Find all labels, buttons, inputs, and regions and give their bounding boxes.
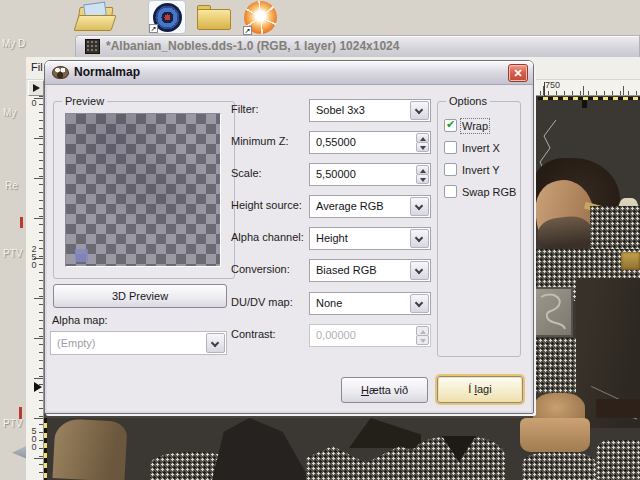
swap-rgb-checkbox[interactable]: [444, 185, 457, 198]
texture-skin-patch: [520, 418, 590, 452]
image-thumbnail-icon: [85, 39, 100, 54]
arrow-down-icon: [420, 339, 426, 343]
texture-chainmail: [522, 452, 596, 480]
chevron-down-icon: [415, 266, 423, 274]
filter-combo[interactable]: Sobel 3x3: [309, 99, 431, 122]
height-source-label: Height source:: [231, 199, 302, 211]
folder-icon[interactable]: [197, 5, 231, 30]
arrow-up-icon: [420, 169, 426, 173]
downloader-icon[interactable]: ↗: [243, 0, 279, 35]
texture-chainmail: [533, 338, 578, 393]
combo-dropdown-button[interactable]: [410, 101, 429, 120]
contrast-spinbox: 0,00000: [309, 324, 431, 347]
preview-blue-patch: [75, 249, 88, 262]
triangle-right-icon: [33, 84, 40, 92]
dialog-titlebar[interactable]: Normalmap ✕: [45, 61, 533, 85]
ruler-label-0: 0: [29, 98, 39, 106]
folder-front: [73, 15, 116, 31]
ruler-tick-750: [544, 82, 545, 96]
wrap-checkbox-label[interactable]: Wrap: [462, 120, 488, 132]
swap-rgb-checkbox-label[interactable]: Swap RGB: [462, 186, 516, 198]
texture-chainmail: [596, 440, 640, 480]
height-source-combo[interactable]: Average RGB: [309, 195, 431, 218]
ruler-corner-menu-button[interactable]: [28, 80, 44, 96]
chevron-down-icon: [415, 299, 423, 307]
chevron-down-icon: [415, 234, 423, 242]
height-source-value: Average RGB: [316, 200, 384, 212]
alpha-channel-combo[interactable]: Height: [309, 227, 431, 250]
desktop-label-ptv-lower[interactable]: PTV: [3, 418, 22, 429]
options-group-label: Options: [446, 95, 490, 107]
cancel-button[interactable]: Hætta við: [341, 377, 428, 403]
folder-body: [197, 9, 231, 30]
desktop-label-ptv-upper[interactable]: PTV: [3, 248, 22, 259]
options-group: Options ✔ Wrap Invert X Invert Y Swap RG…: [437, 101, 521, 357]
preview-group-label: Preview: [62, 95, 107, 107]
layer-boundary-top: [538, 97, 640, 100]
invert-y-checkbox[interactable]: [444, 163, 457, 176]
gimp-window-titlebar[interactable]: *Albanian_Nobles.dds-1.0 (RGB, 1 layer) …: [75, 35, 640, 57]
spin-down-button[interactable]: [416, 142, 429, 152]
dudv-map-label: DU/DV map:: [231, 296, 293, 308]
dialog-title: Normalmap: [74, 65, 140, 79]
arrow-down-icon: [420, 178, 426, 182]
conversion-label: Conversion:: [231, 263, 290, 275]
scale-label: Scale:: [231, 167, 262, 179]
arrow-down-icon: [420, 146, 426, 150]
filter-value: Sobel 3x3: [316, 104, 365, 116]
arrow-up-icon: [420, 330, 426, 334]
alpha-channel-label: Alpha channel:: [231, 231, 304, 243]
combo-dropdown-button[interactable]: [206, 333, 225, 353]
check-icon: ✔: [446, 118, 455, 131]
shortcut-arrow-icon: ↗: [149, 24, 158, 33]
preview-checkerboard: [66, 114, 220, 266]
combo-dropdown-button[interactable]: [410, 261, 429, 280]
cancel-button-mnemonic: H: [361, 384, 369, 396]
desktop-red-mark: [20, 217, 23, 228]
combo-dropdown-button[interactable]: [410, 294, 429, 313]
conversion-combo[interactable]: Biased RGB: [309, 259, 431, 282]
alpha-channel-value: Height: [316, 232, 348, 244]
shortcut-arrow-icon: ↗: [243, 26, 252, 35]
wrap-checkbox[interactable]: ✔: [444, 119, 457, 132]
scale-spinbox[interactable]: 5,50000: [309, 163, 431, 186]
spin-down-button[interactable]: [416, 174, 429, 184]
desktop-label-my[interactable]: My: [3, 107, 16, 118]
contrast-label: Contrast:: [231, 328, 276, 340]
close-button[interactable]: ✕: [508, 64, 528, 82]
contrast-value: 0,00000: [316, 329, 356, 341]
desktop-label-my-d[interactable]: My D: [2, 38, 25, 49]
texture-mark: [582, 100, 587, 108]
preview-3d-button[interactable]: 3D Preview: [53, 284, 227, 308]
layer-boundary-left: [44, 418, 47, 480]
vertical-ruler[interactable]: 0 250 500: [26, 96, 44, 480]
combo-dropdown-button[interactable]: [410, 229, 429, 248]
minimum-z-value: 0,55000: [316, 136, 356, 148]
dudv-map-combo[interactable]: None: [309, 292, 431, 315]
normalmap-dialog: Normalmap ✕ Preview 3D Preview Alpha map…: [44, 60, 534, 414]
ruler-ticks-long: [34, 98, 43, 480]
invert-y-checkbox-label[interactable]: Invert Y: [462, 164, 500, 176]
combo-dropdown-button[interactable]: [410, 197, 429, 216]
media-player-icon[interactable]: ↗: [148, 0, 186, 34]
ok-button-label: agi: [477, 383, 492, 395]
alpha-map-label: Alpha map:: [52, 314, 108, 326]
ok-button[interactable]: Í lagi: [437, 376, 523, 403]
gimp-window-title: *Albanian_Nobles.dds-1.0 (RGB, 1 layer) …: [106, 39, 399, 53]
texture-metal-plate: [533, 287, 573, 337]
chevron-down-icon: [211, 339, 219, 347]
desktop-label-re[interactable]: Re: [5, 180, 18, 191]
invert-x-checkbox-label[interactable]: Invert X: [462, 142, 500, 154]
cancel-button-label: ætta við: [369, 384, 408, 396]
ruler-position-marker-icon: [34, 382, 42, 392]
invert-x-checkbox[interactable]: [444, 141, 457, 154]
chevron-down-icon: [415, 106, 423, 114]
menu-file[interactable]: Fil: [31, 61, 43, 73]
minimum-z-spinbox[interactable]: 0,55000: [309, 131, 431, 154]
chevron-down-icon: [415, 202, 423, 210]
gimp-wilber-icon: [52, 66, 69, 79]
preview-frame: [65, 113, 221, 267]
alpha-map-combo[interactable]: (Empty): [50, 331, 227, 355]
open-folder-icon[interactable]: [76, 3, 118, 33]
ruler-label-500: 500: [29, 426, 39, 450]
